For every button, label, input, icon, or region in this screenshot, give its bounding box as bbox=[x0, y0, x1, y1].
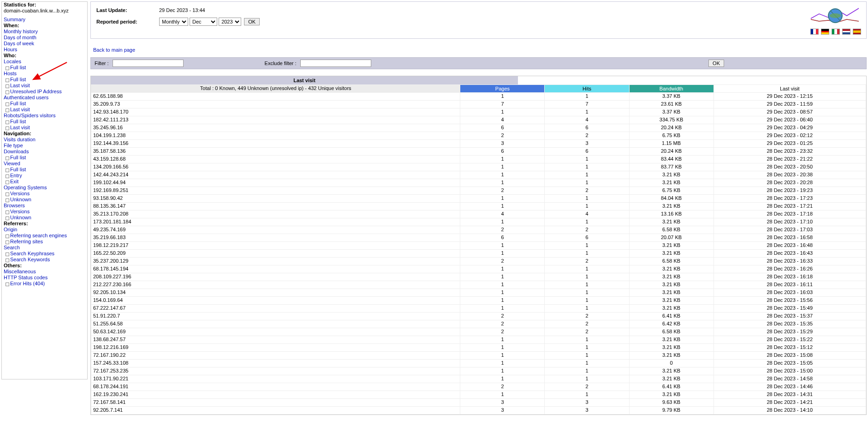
bw-cell: 3.21 KB bbox=[629, 352, 713, 360]
table-row: 192.169.89.251226.75 KB28 Dec 2023 - 19:… bbox=[91, 187, 866, 195]
nav-viewed-full-list[interactable]: Full list bbox=[10, 167, 26, 172]
nav-auth-users[interactable]: Authenticated users bbox=[4, 95, 48, 100]
table-row: 182.42.111.21344334.75 KB29 Dec 2023 - 0… bbox=[91, 116, 866, 124]
filter-ok-button[interactable]: OK bbox=[708, 60, 724, 67]
pages-cell: 3 bbox=[460, 140, 545, 148]
nav-http-status[interactable]: HTTP Status codes bbox=[4, 275, 48, 280]
nav-hosts-unresolved[interactable]: Unresolved IP Address bbox=[10, 89, 62, 94]
period-ok-button[interactable]: OK bbox=[244, 18, 260, 25]
table-row: 92.205.7.141339.79 KB28 Dec 2023 - 14:10 bbox=[91, 407, 866, 415]
table-row: 50.63.142.169226.58 KB28 Dec 2023 - 15:2… bbox=[91, 328, 866, 336]
pages-cell: 2 bbox=[460, 313, 545, 320]
nav-locales[interactable]: Locales bbox=[4, 59, 21, 64]
nav-search[interactable]: Search bbox=[4, 245, 20, 250]
hits-cell: 1 bbox=[545, 93, 629, 101]
host-cell: 43.159.128.68 bbox=[91, 156, 460, 163]
nav-robots-full-list[interactable]: Full list bbox=[10, 119, 26, 124]
nav-robots[interactable]: Robots/Spiders visitors bbox=[4, 113, 56, 118]
host-cell: 72.167.253.235 bbox=[91, 367, 460, 375]
flag-fr[interactable] bbox=[810, 29, 819, 35]
hits-cell: 3 bbox=[545, 407, 629, 415]
hits-cell: 2 bbox=[545, 320, 629, 328]
bw-cell: 3.21 KB bbox=[629, 375, 713, 383]
lv-cell: 29 Dec 2023 - 04:29 bbox=[713, 124, 866, 132]
nav-misc[interactable]: Miscellaneous bbox=[4, 269, 36, 274]
nav-days-of-week[interactable]: Days of week bbox=[4, 41, 34, 46]
nav-viewed[interactable]: Viewed bbox=[4, 161, 20, 166]
pages-cell: 1 bbox=[460, 297, 545, 305]
nav-robots-last-visit[interactable]: Last visit bbox=[10, 125, 30, 130]
nav-search-keyphrases[interactable]: Search Keyphrases bbox=[10, 251, 54, 256]
nav-hosts-full-list[interactable]: Full list bbox=[10, 77, 26, 82]
flag-de[interactable] bbox=[821, 29, 829, 35]
month-select[interactable]: Dec bbox=[190, 18, 217, 26]
nav-origin[interactable]: Origin bbox=[4, 227, 17, 232]
pages-cell: 2 bbox=[460, 328, 545, 336]
filter-input[interactable] bbox=[113, 60, 184, 67]
hits-cell: 2 bbox=[545, 132, 629, 140]
nav-ref-sites[interactable]: Referring sites bbox=[10, 239, 43, 244]
lv-cell: 28 Dec 2023 - 15:00 bbox=[713, 367, 866, 375]
nav-viewed-entry[interactable]: Entry bbox=[10, 173, 22, 178]
pages-cell: 1 bbox=[460, 93, 545, 101]
nav-os-versions[interactable]: Versions bbox=[10, 191, 30, 196]
nav-locales-full-list[interactable]: Full list bbox=[10, 65, 26, 70]
nav-others: Others: bbox=[2, 263, 87, 269]
host-cell: 35.219.66.183 bbox=[91, 234, 460, 242]
flag-es[interactable] bbox=[853, 29, 861, 35]
pages-cell: 1 bbox=[460, 367, 545, 375]
pages-cell: 1 bbox=[460, 375, 545, 383]
host-cell: 208.109.227.196 bbox=[91, 273, 460, 281]
host-cell: 198.12.219.217 bbox=[91, 242, 460, 250]
nav-viewed-exit[interactable]: Exit bbox=[10, 179, 18, 184]
nav-hosts[interactable]: Hosts bbox=[4, 71, 17, 76]
table-row: 208.109.227.196113.21 KB28 Dec 2023 - 16… bbox=[91, 273, 866, 281]
pages-cell: 7 bbox=[460, 101, 545, 108]
hits-cell: 1 bbox=[545, 250, 629, 258]
flag-it[interactable] bbox=[832, 29, 840, 35]
nav-who: Who: bbox=[2, 53, 87, 59]
nav-monthly-history[interactable]: Monthly history bbox=[4, 29, 38, 34]
nav-browsers-versions[interactable]: Versions bbox=[10, 209, 30, 214]
host-cell: 35.245.96.16 bbox=[91, 124, 460, 132]
nav-browsers[interactable]: Browsers bbox=[4, 203, 25, 208]
nav-hosts-last-visit[interactable]: Last visit bbox=[10, 83, 30, 88]
nav-days-of-month[interactable]: Days of month bbox=[4, 35, 36, 40]
nav-hours[interactable]: Hours bbox=[4, 47, 17, 52]
nav-ref-search-engines[interactable]: Referring search engines bbox=[10, 233, 67, 238]
nav-search-keywords[interactable]: Search Keywords bbox=[10, 257, 50, 262]
stats-for-label: Statistics for: bbox=[2, 2, 87, 8]
nav-downloads-full-list[interactable]: Full list bbox=[10, 155, 26, 160]
host-cell: 93.158.90.42 bbox=[91, 195, 460, 203]
table-row: 173.201.181.184113.21 KB28 Dec 2023 - 17… bbox=[91, 218, 866, 226]
nav-os[interactable]: Operating Systems bbox=[4, 185, 47, 190]
nav-browsers-unknown[interactable]: Unknown bbox=[10, 215, 31, 220]
host-cell: 35.209.9.73 bbox=[91, 101, 460, 108]
exclude-filter-input[interactable] bbox=[300, 60, 371, 67]
nav-error-hits[interactable]: Error Hits (404) bbox=[10, 281, 45, 286]
flag-nl[interactable] bbox=[842, 29, 850, 35]
host-cell: 104.199.1.238 bbox=[91, 132, 460, 140]
table-row: 138.68.247.57113.21 KB28 Dec 2023 - 15:2… bbox=[91, 336, 866, 344]
table-row: 35.237.200.129226.58 KB28 Dec 2023 - 16:… bbox=[91, 258, 866, 265]
nav-auth-full-list[interactable]: Full list bbox=[10, 101, 26, 106]
year-select[interactable]: 2023 bbox=[219, 18, 241, 26]
back-link[interactable]: Back to main page bbox=[93, 47, 135, 53]
nav-auth-last-visit[interactable]: Last visit bbox=[10, 107, 30, 112]
hits-cell: 1 bbox=[545, 391, 629, 399]
hits-cell: 1 bbox=[545, 273, 629, 281]
table-row: 35.213.170.2084413.16 KB28 Dec 2023 - 17… bbox=[91, 210, 866, 218]
bw-cell: 3.21 KB bbox=[629, 305, 713, 313]
nav-summary[interactable]: Summary bbox=[4, 17, 25, 22]
nav-downloads[interactable]: Downloads bbox=[4, 149, 29, 154]
period-type-select[interactable]: Monthly bbox=[159, 18, 188, 26]
nav-os-unknown[interactable]: Unknown bbox=[10, 197, 31, 202]
table-row: 35.187.58.1366620.24 KB28 Dec 2023 - 23:… bbox=[91, 148, 866, 156]
lv-cell: 29 Dec 2023 - 06:40 bbox=[713, 116, 866, 124]
lv-cell: 28 Dec 2023 - 20:28 bbox=[713, 179, 866, 187]
table-row: 162.19.230.241113.21 KB28 Dec 2023 - 14:… bbox=[91, 391, 866, 399]
nav-visits-duration[interactable]: Visits duration bbox=[4, 137, 36, 142]
pages-cell: 1 bbox=[460, 265, 545, 273]
table-row: 142.93.148.170113.37 KB29 Dec 2023 - 08:… bbox=[91, 108, 866, 116]
nav-file-type[interactable]: File type bbox=[4, 143, 23, 148]
